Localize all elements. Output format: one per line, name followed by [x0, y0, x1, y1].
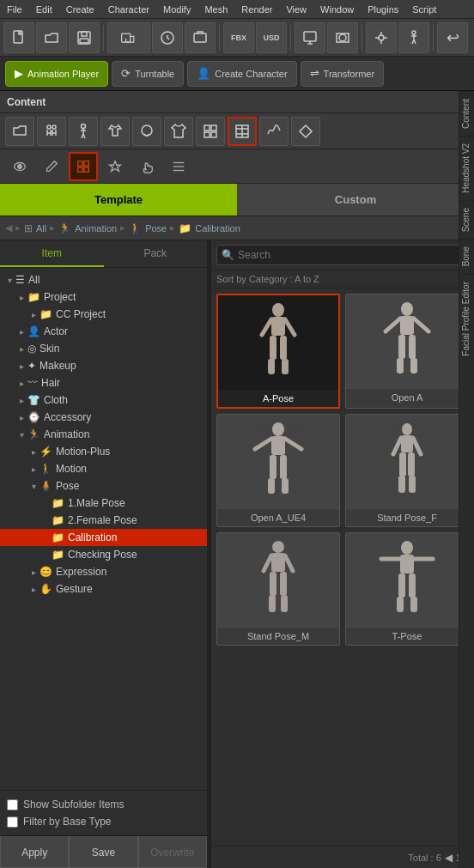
right-tab-headshot[interactable]: Headshot V2	[459, 136, 474, 200]
tree-checking-pose[interactable]: 📁 Checking Pose	[0, 546, 207, 563]
bc-anim-icon: 🏃	[58, 222, 71, 234]
svg-rect-46	[397, 358, 404, 373]
right-tab-bone[interactable]: Bone	[459, 239, 474, 273]
open-button[interactable]	[36, 22, 67, 53]
pivot-button[interactable]	[366, 22, 397, 53]
figure-button[interactable]	[398, 22, 429, 53]
overwrite-button[interactable]: Overwrite	[138, 836, 207, 868]
pen-icon-btn[interactable]	[37, 152, 66, 181]
tree-actor[interactable]: ▸ 👤 Actor	[0, 323, 207, 340]
folder-icon-btn[interactable]	[5, 117, 34, 146]
tree-calibration[interactable]: 📁 Calibration	[0, 529, 207, 546]
tree-makeup[interactable]: ▸ ✦ Makeup	[0, 357, 207, 374]
thumb-open-a[interactable]: Open A	[345, 294, 469, 409]
tab-item[interactable]: Item	[0, 240, 104, 267]
tree-project[interactable]: ▸ 📁 Project	[0, 288, 207, 306]
menu-edit[interactable]: Edit	[29, 4, 59, 15]
save-button[interactable]	[69, 22, 100, 53]
undo-button[interactable]: ↩	[437, 22, 468, 53]
bc-calibration[interactable]: Calibration	[195, 223, 240, 234]
create-character-button[interactable]: 👤 Create Character	[187, 61, 296, 87]
body-icon-btn[interactable]	[69, 117, 98, 146]
save-action-button[interactable]: Save	[69, 836, 137, 868]
thumb-stand-pose-f[interactable]: Stand Pose_F	[345, 414, 469, 527]
right-tab-content[interactable]: Content	[459, 91, 474, 136]
grid-layout-btn[interactable]	[228, 117, 257, 146]
list-icon-btn[interactable]	[164, 152, 193, 181]
menu-modify[interactable]: Modify	[156, 4, 198, 15]
tree-animation[interactable]: ▾ 🏃 Animation	[0, 426, 207, 443]
export-button1[interactable]	[107, 22, 150, 53]
tree-accessory[interactable]: ▸ ⌚ Accessory	[0, 409, 207, 426]
transformer-button[interactable]: ⇌ Transformer	[301, 61, 385, 87]
animation-player-button[interactable]: ▶ Animation Player	[5, 61, 108, 87]
right-tab-facial[interactable]: Facial Profile Editor	[459, 274, 474, 363]
head-icon-btn[interactable]	[132, 117, 161, 146]
svg-line-59	[413, 438, 421, 454]
tree-male-pose[interactable]: 📁 1.Male Pose	[0, 495, 207, 512]
apply-button[interactable]: Apply	[0, 836, 69, 868]
search-input[interactable]	[216, 245, 469, 265]
bc-animation[interactable]: Animation	[75, 223, 117, 234]
menu-file[interactable]: File	[0, 4, 29, 15]
cloth-icon-btn[interactable]	[100, 117, 130, 146]
menu-render[interactable]: Render	[234, 4, 279, 15]
character-icon-btn[interactable]	[37, 117, 66, 146]
tag-icon-btn[interactable]	[69, 152, 98, 181]
tree-skin[interactable]: ▸ ◎ Skin	[0, 340, 207, 357]
menu-character[interactable]: Character	[101, 4, 156, 15]
svg-rect-17	[204, 132, 210, 137]
eye-icon-btn[interactable]	[5, 152, 34, 181]
menu-view[interactable]: View	[279, 4, 313, 15]
expand-icon-btn[interactable]	[196, 117, 225, 146]
tree-expression[interactable]: ▸ 😊 Expression	[0, 563, 207, 580]
tree-motion-plus[interactable]: ▸ ⚡ Motion-Plus	[0, 443, 207, 460]
menu-create[interactable]: Create	[59, 4, 101, 15]
shirt-icon-btn[interactable]	[164, 117, 193, 146]
tree-pose[interactable]: ▾ 🧍 Pose	[0, 477, 207, 495]
menu-plugins[interactable]: Plugins	[361, 4, 405, 15]
custom-tab[interactable]: Custom	[237, 184, 474, 215]
tab-pack[interactable]: Pack	[104, 240, 208, 267]
tree-female-pose[interactable]: 📁 2.Female Pose	[0, 512, 207, 529]
star-icon-btn[interactable]	[100, 152, 130, 181]
export-button3[interactable]	[185, 22, 216, 53]
main-split: Item Pack ▾ ☰ All ▸ 📁 Project	[0, 240, 474, 868]
tree-arrow-project: ▸	[15, 293, 27, 302]
export-button2[interactable]	[152, 22, 183, 53]
usd-button[interactable]: USD	[256, 22, 287, 53]
turntable-button[interactable]: ⟳ Turntable	[112, 61, 184, 87]
wave-icon-btn[interactable]	[259, 117, 289, 146]
render-button[interactable]	[295, 22, 325, 53]
thumb-open-a-ue4[interactable]: Open A_UE4	[216, 414, 340, 527]
hand-icon-btn[interactable]	[132, 152, 161, 181]
menu-script[interactable]: Script	[405, 4, 443, 15]
bc-pose[interactable]: Pose	[145, 223, 167, 234]
bc-all[interactable]: All	[36, 223, 46, 234]
thumb-label-stand-pose-f: Stand Pose_F	[346, 509, 468, 526]
filter-base-row: Filter by Base Type	[7, 813, 200, 830]
thumb-t-pose[interactable]: T-Pose	[345, 532, 469, 646]
extra-icon-btn[interactable]	[291, 117, 320, 146]
tree-hair[interactable]: ▸ 〰 Hair	[0, 374, 207, 392]
male-pose-icon: 📁	[52, 497, 64, 509]
show-subfolder-checkbox[interactable]	[7, 799, 18, 810]
bc-back-icon[interactable]: ◀	[5, 222, 12, 234]
right-tab-scene[interactable]: Scene	[459, 200, 474, 239]
tree-cloth[interactable]: ▸ 👕 Cloth	[0, 392, 207, 409]
menu-window[interactable]: Window	[313, 4, 361, 15]
template-tab[interactable]: Template	[0, 184, 237, 215]
new-button[interactable]	[3, 22, 34, 53]
tree-cc-project[interactable]: ▸ 📁 CC Project	[0, 306, 207, 323]
prev-page-btn[interactable]: ◀	[445, 852, 453, 864]
menu-mesh[interactable]: Mesh	[198, 4, 234, 15]
camera-button[interactable]	[327, 22, 358, 53]
tree-motion[interactable]: ▸ 🚶 Motion	[0, 460, 207, 477]
tree-gesture[interactable]: ▸ ✋ Gesture	[0, 580, 207, 598]
fbx-button[interactable]: FBX	[223, 22, 254, 53]
filter-base-checkbox[interactable]	[7, 816, 18, 828]
filter-base-label: Filter by Base Type	[23, 816, 112, 828]
thumb-stand-pose-m[interactable]: Stand Pose_M	[216, 532, 340, 646]
thumb-a-pose[interactable]: A-Pose	[216, 294, 340, 409]
tree-all[interactable]: ▾ ☰ All	[0, 271, 207, 288]
